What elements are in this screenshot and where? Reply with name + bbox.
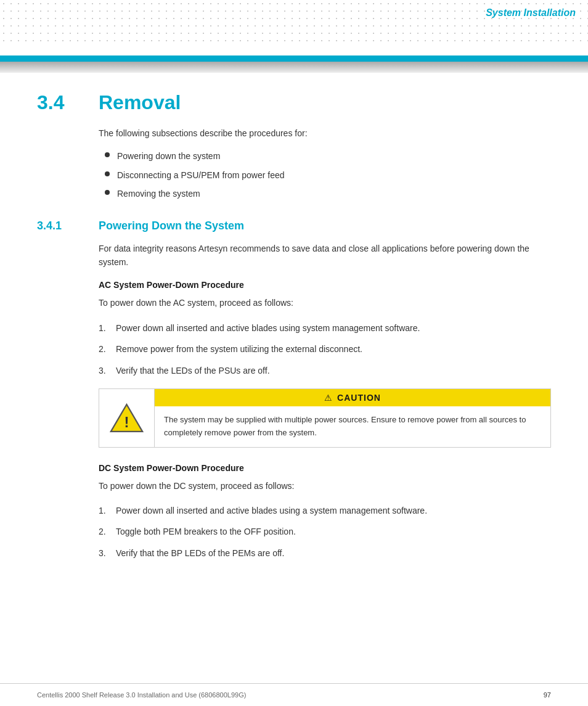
section-34-title: Removal xyxy=(99,91,181,114)
dc-step-text: Verify that the BP LEDs of the PEMs are … xyxy=(116,546,284,560)
list-item: 3. Verify that the BP LEDs of the PEMs a… xyxy=(99,546,551,560)
list-item: 1. Power down all inserted and active bl… xyxy=(99,321,551,335)
caution-body-text: The system may be supplied with multiple… xyxy=(155,406,550,447)
list-num: 2. xyxy=(99,342,111,356)
list-item: 2. Toggle both PEM breakers to the OFF p… xyxy=(99,525,551,538)
ac-intro: To power down the AC system, proceed as … xyxy=(99,296,551,310)
header-title-bar: System Installation xyxy=(473,0,588,26)
ac-heading: AC System Power-Down Procedure xyxy=(99,280,551,290)
list-num: 2. xyxy=(99,525,111,538)
dc-heading: DC System Power-Down Procedure xyxy=(99,463,551,473)
footer: Centellis 2000 Shelf Release 3.0 Install… xyxy=(0,683,588,706)
section-34-heading: 3.4 Removal xyxy=(37,91,551,114)
caution-title-text: CAUTION xyxy=(337,393,381,403)
section-34-bullet-list: Powering down the system Disconnecting a… xyxy=(105,149,551,200)
section-341-title: Powering Down the System xyxy=(99,220,244,232)
page-title: System Installation xyxy=(486,7,576,18)
caution-icon-area: ! xyxy=(99,389,155,447)
header: System Installation xyxy=(0,0,588,55)
dc-steps-list: 1. Power down all inserted and active bl… xyxy=(99,504,551,560)
dc-intro: To power down the DC system, proceed as … xyxy=(99,479,551,493)
section-34-number: 3.4 xyxy=(37,91,86,114)
section-341-intro: For data integrity reasons Artesyn recom… xyxy=(99,242,551,269)
section-34-intro: The following subsections describe the p… xyxy=(99,126,551,140)
bullet-text: Disconnecting a PSU/PEM from power feed xyxy=(117,168,285,182)
list-item: Powering down the system xyxy=(105,149,551,163)
ac-steps-list: 1. Power down all inserted and active bl… xyxy=(99,321,551,377)
caution-warning-icon: ⚠ xyxy=(324,393,332,403)
list-item: Disconnecting a PSU/PEM from power feed xyxy=(105,168,551,182)
bullet-dot xyxy=(105,152,110,157)
caution-content: ⚠ CAUTION The system may be supplied wit… xyxy=(155,389,550,447)
ac-step-text: Verify that the LEDs of the PSUs are off… xyxy=(116,364,270,377)
caution-box: ! ⚠ CAUTION The system may be supplied w… xyxy=(99,388,551,448)
ac-step-text: Power down all inserted and active blade… xyxy=(116,321,420,335)
bullet-text: Powering down the system xyxy=(117,149,220,163)
bullet-text: Removing the system xyxy=(117,187,200,200)
svg-text:!: ! xyxy=(125,414,129,430)
main-content: 3.4 Removal The following subsections de… xyxy=(0,73,588,596)
bullet-dot xyxy=(105,171,110,176)
list-num: 1. xyxy=(99,321,111,335)
dc-step-text: Power down all inserted and active blade… xyxy=(116,504,427,517)
dc-step-text: Toggle both PEM breakers to the OFF posi… xyxy=(116,525,296,538)
list-num: 3. xyxy=(99,546,111,560)
bullet-dot xyxy=(105,190,110,195)
caution-title-bar: ⚠ CAUTION xyxy=(155,389,550,406)
section-341-heading: 3.4.1 Powering Down the System xyxy=(37,220,551,232)
section-34-body: The following subsections describe the p… xyxy=(99,126,551,201)
list-item: Removing the system xyxy=(105,187,551,200)
section-341-number: 3.4.1 xyxy=(37,220,86,232)
footer-left-text: Centellis 2000 Shelf Release 3.0 Install… xyxy=(37,691,246,699)
list-num: 1. xyxy=(99,504,111,517)
list-item: 2. Remove power from the system utilizin… xyxy=(99,342,551,356)
caution-triangle-icon: ! xyxy=(110,401,144,435)
gray-stripe xyxy=(0,62,588,73)
ac-step-text: Remove power from the system utilizing t… xyxy=(116,342,362,356)
section-341-body: For data integrity reasons Artesyn recom… xyxy=(99,242,551,560)
list-item: 1. Power down all inserted and active bl… xyxy=(99,504,551,517)
footer-page-number: 97 xyxy=(544,691,551,699)
list-num: 3. xyxy=(99,364,111,377)
cyan-stripe xyxy=(0,55,588,62)
list-item: 3. Verify that the LEDs of the PSUs are … xyxy=(99,364,551,377)
